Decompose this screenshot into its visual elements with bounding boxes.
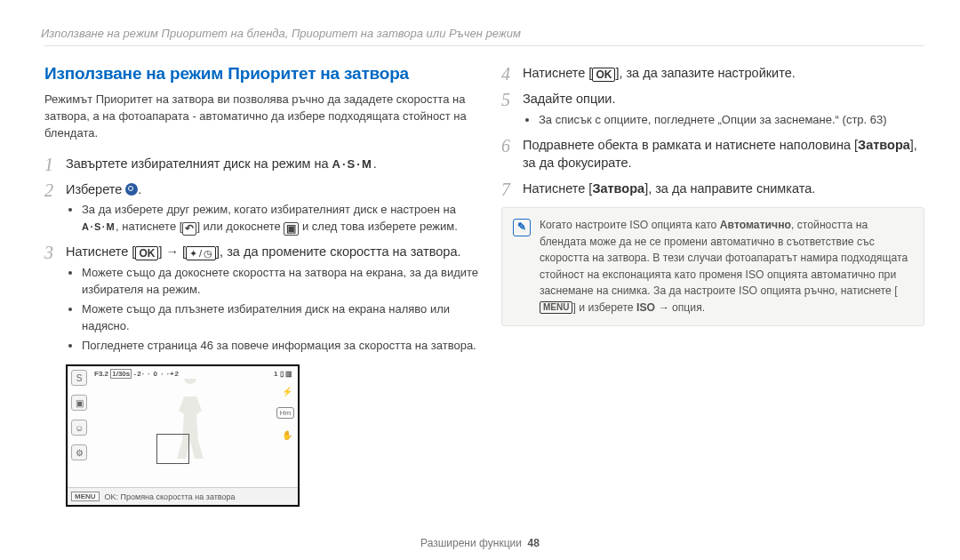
step-num: 2 — [44, 178, 53, 204]
page-footer: Разширени функции 48 — [0, 537, 960, 549]
lcd-focus-box — [156, 434, 189, 464]
flash-timer-buttons-icon: ✦/◷ — [186, 246, 216, 260]
lcd-mode-icon: S — [71, 370, 87, 386]
text: За да изберете друг режим, когато избира… — [82, 203, 456, 216]
page-header: Използване на режим Приоритет на бленда,… — [41, 27, 924, 40]
text: ] и изберете — [572, 301, 636, 314]
step-num: 1 — [44, 152, 53, 178]
content-columns: Използване на режим Приоритет на затвора… — [44, 64, 924, 507]
page: Използване на режим Приоритет на бленда,… — [0, 0, 960, 560]
lcd-shots-left: 1 — [274, 370, 277, 378]
note-info-icon: ✎ — [513, 219, 531, 236]
text: -2 — [134, 370, 142, 378]
lcd-stabilizer-icon: ✋ — [280, 428, 294, 442]
lcd-battery-icon: ▥ — [285, 370, 292, 378]
lcd-menu-button: MENU — [71, 492, 100, 501]
lcd-topbar: F3.2 1/30s -2· · 0 · ·+2 1 ▯ ▥ — [94, 370, 292, 378]
text: ], за да промените скоростта на затвора. — [216, 244, 460, 259]
text: , натиснете [ — [116, 220, 182, 233]
step-2: 2 Изберете . За да изберете друг режим, … — [44, 180, 480, 236]
timer-icon: ◷ — [204, 247, 212, 260]
ok-button-icon: OK — [135, 246, 158, 260]
right-column: 4 Натиснете [OK], за да запазите настрой… — [501, 64, 924, 507]
note-text: Когато настроите ISO опцията като Автома… — [540, 217, 913, 316]
shutter-label: Затвора — [592, 181, 644, 196]
step-3-sub-b: Можете също да плъзнете избирателния дис… — [82, 301, 480, 335]
step-num: 3 — [44, 240, 53, 266]
lcd-scene-icon: ☺ — [71, 420, 87, 436]
step-2-sub: За да изберете друг режим, когато избира… — [66, 202, 480, 236]
lcd-shutter-speed: 1/30s — [110, 369, 132, 379]
back-button-icon: ↶ — [182, 222, 196, 236]
step-1: 1 Завъртете избирателният диск на режим … — [44, 155, 480, 173]
lcd-right-icons: ⚡ Hm ✋ — [276, 384, 294, 442]
lcd-aperture: F3.2 — [94, 370, 108, 378]
lcd-size-icon: Hm — [276, 407, 294, 419]
text: Подравнете обекта в рамката и натиснете … — [523, 138, 858, 152]
header-divider — [44, 45, 924, 46]
step-3-sub-c: Погледнете страница 46 за повече информа… — [82, 338, 480, 355]
step-5-text: Задайте опции. — [523, 92, 615, 106]
step-5: 5 Задайте опции. За списък с опциите, по… — [501, 90, 924, 129]
section-title: Използване на режим Приоритет на затвора — [44, 64, 480, 84]
lcd-sd-icon: ▯ — [280, 370, 284, 378]
step-1-text: Завъртете избирателният диск на режим на — [66, 156, 332, 171]
text: и след това изберете режим. — [299, 220, 457, 233]
left-column: Използване на режим Приоритет на затвора… — [44, 64, 501, 507]
step-5-sub-a: За списък с опциите, погледнете „Опции з… — [539, 112, 924, 129]
page-number: 48 — [528, 537, 540, 549]
arrow-right-icon: → — [658, 301, 668, 314]
text: Натиснете [ — [523, 181, 592, 196]
text: опция. — [669, 301, 706, 314]
text: ] или докоснете — [196, 220, 284, 233]
step-num: 7 — [501, 177, 510, 203]
step-3-sub: Можете също да докоснете скоростта на за… — [66, 265, 480, 354]
step-2-sub-a: За да изберете друг режим, когато избира… — [82, 202, 480, 236]
text: +2 — [170, 370, 180, 378]
step-6: 6 Подравнете обекта в рамката и натиснет… — [501, 136, 924, 173]
step-num: 5 — [501, 87, 510, 113]
lcd-bottom-text: OK: Промяна скоростта на затвора — [105, 492, 236, 501]
text: Натиснете [ — [66, 244, 135, 259]
note-box: ✎ Когато настроите ISO опцията като Авто… — [501, 207, 924, 325]
lcd-bottombar: MENU OK: Промяна скоростта на затвора — [68, 487, 298, 505]
steps-left: 1 Завъртете избирателният диск на режим … — [44, 155, 480, 355]
shutter-priority-mode-icon — [125, 183, 138, 196]
lcd-left-icons: S ▣ ☺ ⚙ — [71, 370, 87, 460]
step-3-sub-a: Можете също да докоснете скоростта на за… — [82, 265, 480, 299]
arrow-right-icon: → — [165, 243, 179, 261]
text: ], за да запазите настройките. — [615, 66, 795, 80]
section-intro: Режимът Приоритет на затвора ви позволяв… — [44, 91, 480, 142]
step-num: 6 — [501, 133, 510, 159]
note-bold-auto: Автоматично — [720, 219, 791, 231]
ok-button-icon: OK — [592, 68, 615, 82]
step-4: 4 Натиснете [OK], за да запазите настрой… — [501, 64, 924, 83]
text: ], за да направите снимката. — [644, 181, 815, 196]
flash-icon: ✦ — [189, 247, 197, 260]
step-num: 4 — [501, 61, 510, 87]
step-7: 7 Натиснете [Затвора], за да направите с… — [501, 180, 924, 198]
footer-section: Разширени функции — [420, 537, 522, 549]
steps-right: 4 Натиснете [OK], за да запазите настрой… — [501, 64, 924, 198]
mode-dial-asm-icon: A·S·M — [82, 220, 116, 235]
text: Натиснете [ — [523, 66, 592, 80]
text: Когато настроите ISO опцията като — [540, 219, 720, 231]
mode-dial-asm-icon: A·S·M — [332, 156, 373, 173]
shutter-label: Затвора — [858, 138, 910, 152]
step-3: 3 Натиснете [OK] → [✦/◷], за да променит… — [44, 243, 480, 354]
camera-lcd-preview: S ▣ ☺ ⚙ F3.2 1/30s -2· · 0 · ·+2 1 — [66, 364, 300, 507]
note-bold-iso: ISO — [636, 301, 655, 314]
step-2-text: Изберете — [66, 182, 125, 196]
step-5-sub: За списък с опциите, погледнете „Опции з… — [523, 112, 924, 129]
menu-button-icon: MENU — [540, 301, 572, 314]
lcd-exposure-scale: -2· · 0 · ·+2 — [134, 370, 180, 378]
lcd-flash-off-icon: ⚡ — [280, 384, 294, 398]
lcd-settings-icon: ⚙ — [71, 444, 87, 460]
mode-touch-icon: ▣ — [284, 222, 299, 236]
lcd-photo-icon: ▣ — [71, 395, 87, 411]
